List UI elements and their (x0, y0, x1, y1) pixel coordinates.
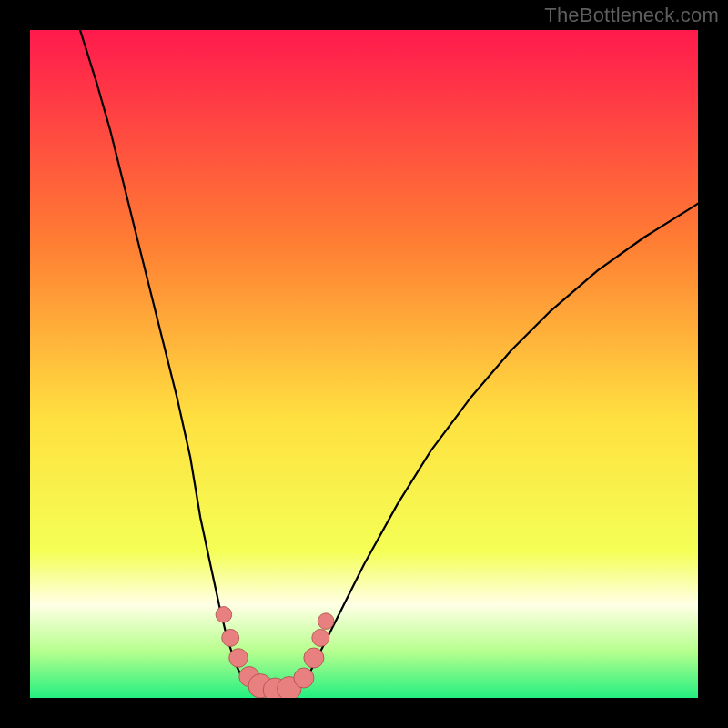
chart-frame: TheBottleneck.com (0, 0, 728, 728)
curve-marker (222, 629, 239, 646)
curve-marker (229, 649, 248, 668)
curve-marker (216, 607, 232, 623)
gradient-background (30, 30, 698, 698)
plot-area (30, 30, 698, 698)
curve-marker (312, 629, 329, 646)
curve-marker (304, 648, 324, 668)
curve-marker (318, 613, 334, 630)
watermark-text: TheBottleneck.com (544, 4, 719, 27)
plot-svg (30, 30, 698, 698)
curve-marker (294, 668, 314, 688)
